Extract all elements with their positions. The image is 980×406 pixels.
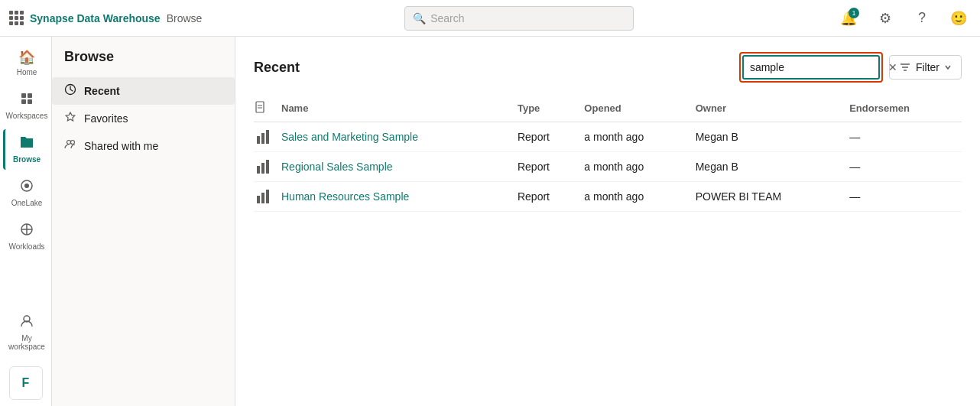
notification-badge: 1 (849, 8, 859, 18)
endorsement-header-text: Endorsemen (849, 102, 910, 114)
table-row[interactable]: Regional Sales Sample Report a month ago… (254, 152, 962, 182)
row-endorsement: — (849, 152, 962, 182)
row-icon-cell (254, 152, 281, 182)
sidebar-title: Browse (52, 49, 235, 77)
svg-rect-16 (256, 102, 264, 112)
account-icon: 🙂 (950, 10, 967, 27)
row-type: Report (518, 122, 584, 152)
content-area: Recent ✕ Filter (235, 37, 980, 406)
onelake-label: OneLake (11, 199, 43, 207)
items-table: Name Type Opened Owner Endorsemen (254, 95, 962, 212)
row-opened: a month ago (584, 152, 695, 182)
fabric-icon: F (22, 376, 30, 390)
col-endorsement-header: Endorsemen (849, 95, 962, 122)
browse-icon (19, 135, 34, 153)
search-placeholder-text: Search (430, 12, 464, 24)
row-type: Report (518, 182, 584, 212)
row-icon-cell (254, 182, 281, 212)
filter-label: Filter (916, 61, 939, 73)
content-header: Recent ✕ Filter (254, 52, 962, 83)
browse-label: Browse (13, 155, 41, 164)
breadcrumb: Browse (167, 12, 203, 24)
chevron-down-icon (944, 63, 952, 71)
notifications-button[interactable]: 🔔 1 (836, 6, 861, 31)
help-button[interactable]: ? (910, 6, 934, 31)
svg-rect-0 (21, 93, 26, 98)
sidebar-item-browse[interactable]: Browse (3, 129, 49, 170)
row-owner: POWER BI TEAM (696, 182, 849, 212)
table-row[interactable]: Human Resources Sample Report a month ag… (254, 182, 962, 212)
topbar-search-area: 🔍 Search (211, 6, 827, 31)
sidebar-item-recent[interactable]: Recent (52, 77, 235, 105)
table-row[interactable]: Sales and Marketing Sample Report a mont… (254, 122, 962, 152)
topbar-right: 🔔 1 ⚙ ? 🙂 (836, 6, 971, 31)
gear-icon: ⚙ (879, 10, 891, 27)
fabric-logo-button[interactable]: F (9, 366, 43, 400)
shared-label: Shared with me (84, 140, 158, 152)
browse-sidebar: Browse Recent Favorites (52, 37, 235, 406)
search-icon: 🔍 (413, 12, 426, 24)
svg-rect-2 (21, 99, 26, 104)
favorites-icon (64, 111, 76, 126)
sidebar-item-favorites[interactable]: Favorites (52, 105, 235, 132)
left-nav: 🏠 Home Workspaces Browse (0, 37, 52, 406)
main-layout: 🏠 Home Workspaces Browse (0, 37, 980, 406)
app-title[interactable]: Synapse Data Warehouse (30, 12, 161, 24)
report-icon (254, 160, 272, 174)
name-header-text: Name (281, 102, 308, 114)
workloads-label: Workloads (8, 242, 44, 251)
col-owner-header: Owner (696, 95, 849, 122)
topbar-left: Synapse Data Warehouse Browse (9, 11, 202, 25)
home-icon: 🏠 (18, 49, 35, 66)
file-icon-header (254, 101, 266, 113)
report-icon (254, 130, 272, 144)
sidebar-item-workloads[interactable]: Workloads (3, 216, 49, 257)
myworkspace-label: My workspace (8, 334, 46, 351)
content-actions: ✕ Filter (739, 52, 962, 83)
row-opened: a month ago (584, 122, 695, 152)
workloads-icon (20, 222, 34, 240)
svg-rect-3 (28, 99, 32, 104)
filter-button[interactable]: Filter (889, 55, 962, 80)
col-type-header: Type (518, 95, 584, 122)
row-name[interactable]: Sales and Marketing Sample (281, 122, 518, 152)
svg-point-5 (24, 184, 29, 188)
svg-rect-1 (28, 93, 32, 98)
settings-button[interactable]: ⚙ (873, 6, 897, 31)
row-name[interactable]: Human Resources Sample (281, 182, 518, 212)
col-name-header: Name (281, 95, 518, 122)
help-icon: ? (918, 10, 926, 26)
onelake-icon (20, 179, 34, 197)
sidebar-item-home[interactable]: 🏠 Home (3, 43, 49, 83)
sidebar-item-workspaces[interactable]: Workspaces (3, 86, 49, 126)
shared-icon (64, 138, 76, 154)
myworkspace-icon (20, 314, 34, 332)
sidebar-item-shared[interactable]: Shared with me (52, 132, 235, 160)
global-search-bar[interactable]: 🔍 Search (404, 6, 634, 31)
content-title: Recent (254, 60, 300, 76)
account-button[interactable]: 🙂 (946, 6, 971, 31)
sidebar-item-onelake[interactable]: OneLake (3, 173, 49, 213)
svg-point-11 (67, 141, 71, 145)
type-header-text: Type (518, 102, 540, 114)
sidebar-item-myworkspace[interactable]: My workspace (3, 308, 49, 357)
home-label: Home (17, 68, 37, 76)
col-opened-header: Opened (584, 95, 695, 122)
favorites-label: Favorites (84, 112, 128, 125)
workspaces-label: Workspaces (6, 112, 48, 120)
col-icon-header (254, 95, 281, 122)
apps-icon[interactable] (9, 11, 24, 25)
row-owner: Megan B (696, 122, 849, 152)
row-icon-cell (254, 122, 281, 152)
row-endorsement: — (849, 182, 962, 212)
recent-icon (64, 83, 76, 99)
recent-label: Recent (84, 85, 120, 97)
row-name[interactable]: Regional Sales Sample (281, 152, 518, 182)
report-icon (254, 190, 272, 203)
row-type: Report (518, 152, 584, 182)
content-search-box[interactable]: ✕ (742, 55, 880, 80)
owner-header-text: Owner (696, 102, 726, 114)
workspaces-icon (20, 92, 34, 109)
content-search-input[interactable] (750, 61, 884, 73)
clear-search-button[interactable]: ✕ (888, 61, 897, 73)
